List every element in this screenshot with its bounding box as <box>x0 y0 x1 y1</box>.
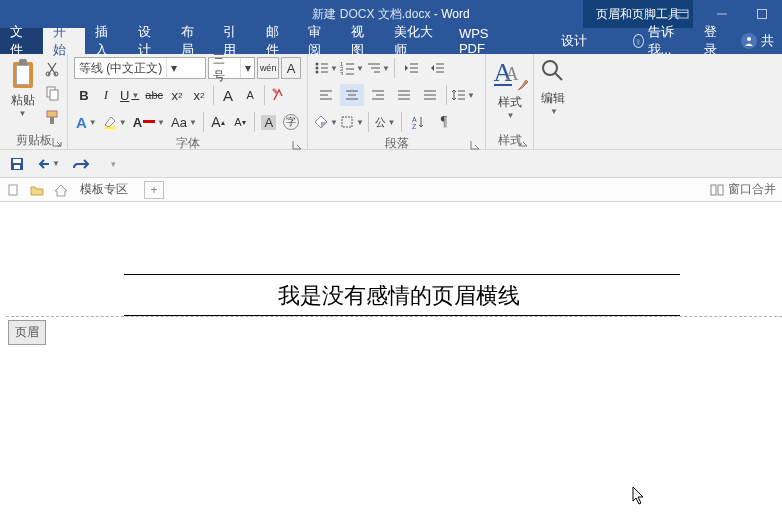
align-center-button[interactable] <box>340 84 364 106</box>
subscript-button[interactable]: x2 <box>167 84 187 106</box>
shrink-font-button[interactable]: A <box>240 84 260 106</box>
clear-formatting-icon[interactable] <box>269 84 289 106</box>
char-shading-button[interactable]: A <box>259 111 279 133</box>
character-border-button[interactable]: A <box>281 57 301 79</box>
italic-button[interactable]: I <box>96 84 116 106</box>
lightbulb-icon: ♀ <box>633 34 644 48</box>
dialog-launcher-icon[interactable] <box>51 136 63 148</box>
borders-button[interactable]: ▼ <box>340 111 364 133</box>
chevron-down-icon[interactable]: ▾ <box>240 58 254 78</box>
svg-rect-59 <box>13 159 21 163</box>
tab-layout[interactable]: 布局 <box>171 28 214 54</box>
page-icon[interactable] <box>4 181 22 199</box>
group-paragraph: ▼ 123▼ ▼ ▼ ▼ ▼ 公▼ <box>308 54 486 149</box>
tab-home[interactable]: 开始 <box>43 28 86 54</box>
tab-context-design[interactable]: 设计 <box>524 28 622 54</box>
bullets-button[interactable]: ▼ <box>314 57 338 79</box>
window-merge-icon <box>710 184 724 196</box>
paste-dropdown[interactable]: ▼ <box>19 109 27 118</box>
bold-button[interactable]: B <box>74 84 94 106</box>
copy-icon[interactable] <box>43 84 61 102</box>
align-left-button[interactable] <box>314 84 338 106</box>
font-name-combo[interactable]: 等线 (中文正文) ▾ <box>74 57 206 79</box>
document-workspace[interactable]: 我是没有感情的页眉横线 页眉 <box>0 202 782 527</box>
dialog-launcher-icon[interactable] <box>291 139 303 151</box>
window-merge-label[interactable]: 窗口合并 <box>728 181 776 198</box>
grow-font-a-button[interactable]: A▴ <box>208 111 228 133</box>
share-button[interactable]: 共 <box>733 32 782 50</box>
group-label-clipboard: 剪贴板 <box>6 131 61 149</box>
strikethrough-button[interactable]: abc <box>143 84 165 106</box>
header-text[interactable]: 我是没有感情的页眉横线 <box>6 275 782 315</box>
login-button[interactable]: 登录 <box>694 23 733 59</box>
highlight-button[interactable]: ▼ <box>101 111 129 133</box>
tab-design[interactable]: 设计 <box>128 28 171 54</box>
tab-wpspdf[interactable]: WPS PDF <box>449 28 521 54</box>
svg-rect-63 <box>718 185 723 195</box>
svg-rect-60 <box>14 165 20 169</box>
font-color-button[interactable]: A▼ <box>131 111 167 133</box>
text-effects-button[interactable]: A▼ <box>74 111 99 133</box>
shrink-font-a-button[interactable]: A▾ <box>230 111 250 133</box>
svg-text:A: A <box>412 116 417 123</box>
chevron-down-icon[interactable]: ▾ <box>166 58 180 78</box>
svg-rect-53 <box>342 117 352 127</box>
editing-button[interactable]: 编辑 ▼ <box>540 56 566 131</box>
multilevel-list-button[interactable]: ▼ <box>366 57 390 79</box>
chevron-down-icon[interactable]: ▼ <box>507 111 515 120</box>
tab-view[interactable]: 视图 <box>341 28 384 54</box>
add-tab-button[interactable]: + <box>144 181 164 199</box>
grow-font-button[interactable]: A <box>218 84 238 106</box>
tab-review[interactable]: 审阅 <box>298 28 341 54</box>
decrease-indent-button[interactable] <box>399 57 423 79</box>
ribbon: 粘贴 ▼ 剪贴板 等线 (中文正文) ▾ 三号 ▾ <box>0 54 782 150</box>
svg-rect-0 <box>676 10 688 18</box>
styles-button[interactable]: A A 样式 ▼ <box>492 56 527 131</box>
underline-button[interactable]: U▼ <box>118 84 141 106</box>
svg-rect-13 <box>143 120 155 123</box>
enclose-chars-button[interactable]: 字 <box>281 111 301 133</box>
redo-icon[interactable] <box>70 153 92 175</box>
format-painter-icon[interactable] <box>43 108 61 126</box>
tab-mailings[interactable]: 邮件 <box>256 28 299 54</box>
home-icon[interactable] <box>52 181 70 199</box>
cut-icon[interactable] <box>43 60 61 78</box>
group-clipboard: 粘贴 ▼ 剪贴板 <box>0 54 68 149</box>
align-distribute-button[interactable] <box>418 84 442 106</box>
save-icon[interactable] <box>6 153 28 175</box>
shading-button[interactable]: ▼ <box>314 111 338 133</box>
tab-beautify[interactable]: 美化大师 <box>384 28 449 54</box>
paintbrush-icon <box>516 78 530 92</box>
align-justify-button[interactable] <box>392 84 416 106</box>
sort-button[interactable]: AZ <box>406 111 430 133</box>
group-styles: A A 样式 ▼ 样式 <box>486 54 534 149</box>
increase-indent-button[interactable] <box>425 57 449 79</box>
paste-icon[interactable] <box>9 58 37 90</box>
tab-insert[interactable]: 插入 <box>85 28 128 54</box>
superscript-button[interactable]: x2 <box>189 84 209 106</box>
show-marks-button[interactable]: ¶ <box>432 111 456 133</box>
folder-icon[interactable] <box>28 181 46 199</box>
dialog-launcher-icon[interactable] <box>517 136 529 148</box>
group-label-styles: 样式 <box>492 131 527 149</box>
chevron-down-icon[interactable]: ▼ <box>550 107 558 116</box>
maximize-icon[interactable] <box>742 0 782 28</box>
template-zone-tab[interactable]: 模板专区 <box>76 181 132 198</box>
qat-customize-icon[interactable]: ▾ <box>102 153 124 175</box>
mouse-cursor-icon <box>632 486 648 506</box>
font-size-combo[interactable]: 三号 ▾ <box>208 57 256 79</box>
text-direction-button[interactable]: 公▼ <box>373 111 397 133</box>
align-right-button[interactable] <box>366 84 390 106</box>
dialog-launcher-icon[interactable] <box>469 139 481 151</box>
line-spacing-button[interactable]: ▼ <box>451 84 475 106</box>
svg-point-4 <box>747 37 751 41</box>
tab-file[interactable]: 文件 <box>0 28 43 54</box>
undo-icon[interactable]: ▼ <box>38 153 60 175</box>
phonetic-guide-button[interactable]: wén <box>257 57 279 79</box>
change-case-button[interactable]: Aa▼ <box>169 111 199 133</box>
tell-me-search[interactable]: ♀ 告诉我... <box>623 23 694 59</box>
paste-button[interactable]: 粘贴 <box>11 92 35 109</box>
svg-rect-8 <box>50 90 58 100</box>
group-editing: 编辑 ▼ <box>534 54 578 149</box>
numbering-button[interactable]: 123▼ <box>340 57 364 79</box>
